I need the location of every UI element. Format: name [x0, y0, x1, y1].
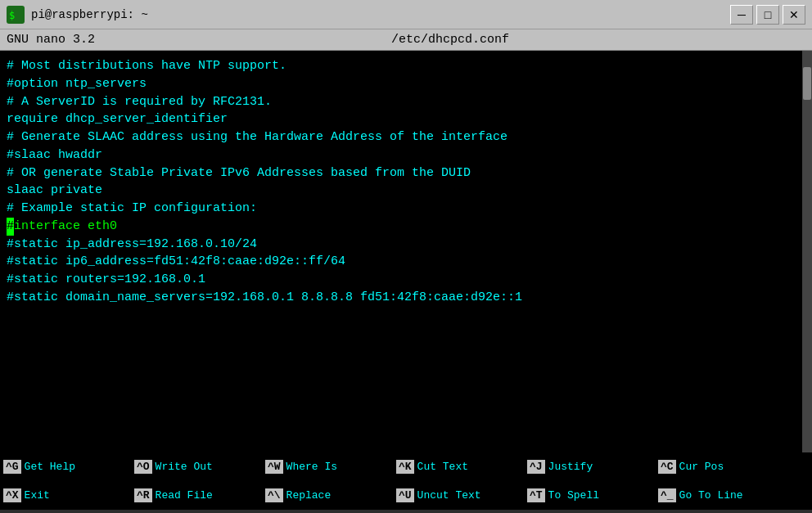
footer-item: ^TTo Spell [527, 488, 658, 502]
footer-key: ^C [658, 460, 676, 474]
svg-text:$: $ [9, 10, 15, 21]
terminal-line: #static ip6_address=fd51:42f8:caae:d92e:… [7, 253, 812, 271]
footer-key: ^O [134, 460, 152, 474]
footer-item: ^XExit [3, 488, 134, 502]
footer-label: Get Help [25, 461, 75, 473]
footer-key: ^G [3, 460, 21, 474]
footer-key: ^J [527, 460, 545, 474]
scrollbar[interactable] [802, 51, 812, 452]
footer-item: ^KCut Text [396, 460, 527, 474]
scrollbar-thumb[interactable] [803, 67, 811, 100]
footer-item: ^RRead File [134, 488, 265, 502]
footer-key: ^X [3, 488, 21, 502]
footer-key: ^\ [265, 488, 283, 502]
footer-item: ^_Go To Line [658, 488, 789, 502]
footer-label: Cur Pos [679, 461, 724, 473]
terminal-icon: $ [7, 6, 25, 24]
footer-key: ^T [527, 488, 545, 502]
footer-key: ^K [396, 460, 414, 474]
terminal-line: # OR generate Stable Private IPv6 Addres… [7, 164, 812, 182]
footer-label: Read File [156, 489, 213, 502]
footer-key: ^U [396, 488, 414, 502]
footer-label: Replace [286, 489, 332, 502]
footer-row: ^XExit^RRead File^\Replace^UUncut Text^T… [0, 481, 812, 510]
footer-item: ^GGet Help [3, 460, 134, 474]
terminal-line: #static routers=192.168.0.1 [7, 271, 812, 289]
terminal-line: require dhcp_server_identifier [7, 110, 812, 128]
footer-row: ^GGet Help^OWrite Out^WWhere Is^KCut Tex… [0, 452, 812, 481]
terminal-line: #static domain_name_servers=192.168.0.1 … [7, 289, 812, 307]
footer-label: Justify [548, 461, 593, 473]
footer-item: ^JJustify [527, 460, 658, 474]
footer-item: ^WWhere Is [265, 460, 396, 474]
footer-item: ^CCur Pos [658, 460, 789, 474]
terminal-line: slaac private [7, 182, 812, 200]
footer-key: ^W [265, 460, 283, 474]
footer-item: ^UUncut Text [396, 488, 527, 502]
footer-label: Cut Text [417, 461, 468, 473]
terminal-line: #static ip_address=192.168.0.10/24 [7, 236, 812, 254]
nano-header: GNU nano 3.2 /etc/dhcpcd.conf [0, 29, 812, 51]
terminal-content: # Most distributions have NTP support.#o… [7, 57, 812, 307]
terminal-line: #option ntp_servers [7, 75, 812, 93]
footer-key: ^_ [658, 488, 676, 502]
footer-label: Where Is [286, 461, 337, 473]
footer-label: Exit [25, 489, 50, 502]
nano-version: GNU nano 3.2 [7, 33, 95, 47]
terminal-line: # Generate SLAAC address using the Hardw… [7, 128, 812, 146]
footer-label: Uncut Text [417, 489, 481, 502]
window-title: pi@raspberrypi: ~ [31, 8, 148, 21]
title-bar-left: $ pi@raspberrypi: ~ [7, 6, 148, 24]
footer-label: To Spell [548, 489, 599, 502]
footer-item: ^OWrite Out [134, 460, 265, 474]
nano-footer: ^GGet Help^OWrite Out^WWhere Is^KCut Tex… [0, 452, 812, 510]
terminal-line: # A ServerID is required by RFC2131. [7, 93, 812, 111]
title-bar-controls: ─ □ ✕ [730, 5, 805, 25]
close-button[interactable]: ✕ [783, 5, 805, 25]
nano-filename: /etc/dhcpcd.conf [391, 33, 509, 47]
footer-key: ^R [134, 488, 152, 502]
terminal-line: #interface eth0 [7, 218, 812, 236]
footer-label: Write Out [156, 461, 213, 473]
terminal-line: # Most distributions have NTP support. [7, 57, 812, 75]
title-bar: $ pi@raspberrypi: ~ ─ □ ✕ [0, 0, 812, 29]
terminal-line: #slaac hwaddr [7, 146, 812, 164]
terminal-line: # Example static IP configuration: [7, 200, 812, 218]
terminal-area[interactable]: # Most distributions have NTP support.#o… [0, 51, 812, 452]
footer-item: ^\Replace [265, 488, 396, 502]
minimize-button[interactable]: ─ [730, 5, 753, 25]
footer-label: Go To Line [679, 489, 743, 502]
maximize-button[interactable]: □ [756, 5, 779, 25]
